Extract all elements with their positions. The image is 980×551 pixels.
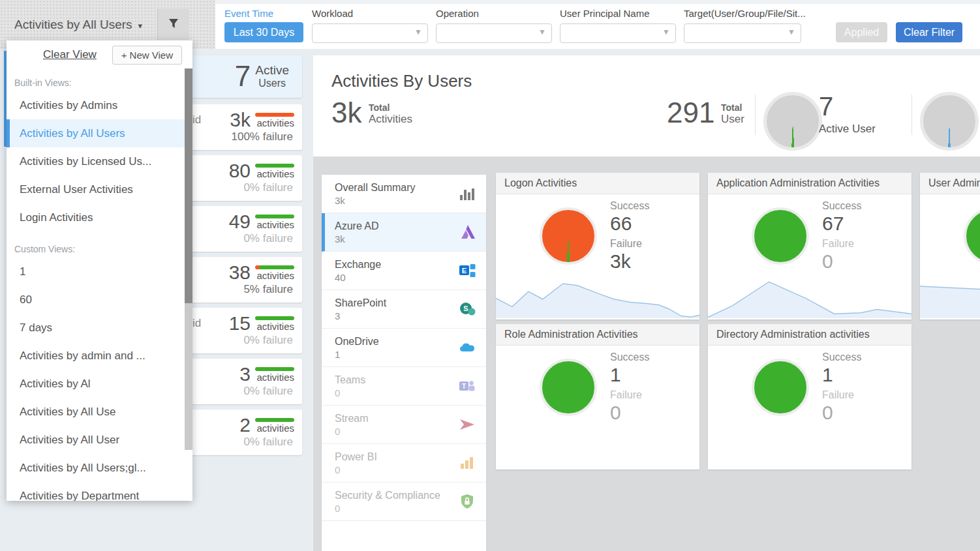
panel-body: Success1Failure0 <box>496 346 699 469</box>
directory-administration-panel[interactable]: Directory Administration activitiesSucce… <box>708 324 911 469</box>
view-item[interactable]: Activities by Licensed Us... <box>7 147 192 175</box>
application-administration-panel[interactable]: Application Administration ActivitiesSuc… <box>708 173 911 320</box>
upn-filter-select[interactable]: ▼ <box>560 23 676 43</box>
user-name-fragment: id <box>192 317 201 330</box>
panel-body: Success67Failure0 <box>708 194 911 320</box>
workload-row-teams[interactable]: Teams0T <box>322 367 486 406</box>
new-view-button[interactable]: + New View <box>112 46 182 65</box>
svg-text:E: E <box>462 267 467 275</box>
clear-view-link[interactable]: Clear View <box>43 48 97 61</box>
activities-unit-label: activities <box>255 321 294 333</box>
failure-ratio-bar <box>255 418 294 422</box>
failure-percent-label: 5% failure <box>243 283 293 296</box>
divider <box>755 95 756 135</box>
chevron-down-icon: ▼ <box>414 27 422 37</box>
success-label: Success <box>610 200 649 213</box>
activities-unit-label: activities <box>255 219 294 231</box>
activities-unit-label: activities <box>255 168 294 180</box>
workload-row-power-bi[interactable]: Power BI0 <box>322 444 486 483</box>
active-user-value: 7 <box>819 91 833 121</box>
user-name-fragment: id <box>192 113 201 127</box>
view-item[interactable]: 1 <box>7 258 192 286</box>
workload-row-azure-ad[interactable]: Azure AD3k <box>322 213 486 252</box>
teams-icon: T <box>459 378 477 395</box>
azure-ad-icon <box>459 224 477 241</box>
total-activities-value: 3k <box>331 96 361 130</box>
view-item[interactable]: Activities by Department <box>7 482 192 501</box>
view-item[interactable]: 60 <box>7 286 192 314</box>
workload-row-security-compliance[interactable]: Security & Compliance0 <box>322 483 486 521</box>
chevron-down-icon: ▼ <box>788 27 795 37</box>
event-time-button[interactable]: Last 30 Days <box>224 22 303 42</box>
panel-body: Success66Failure3k <box>496 194 699 320</box>
panel-stats: Success1Failure0 <box>610 351 649 426</box>
success-value: 66 <box>610 213 649 235</box>
success-pie-chart <box>752 207 809 265</box>
upn-filter-label: User Principal Name <box>560 8 650 19</box>
logon-activities-panel[interactable]: Logon ActivitiesSuccess66Failure3k <box>496 173 699 320</box>
activity-trend-sparkline <box>496 274 699 318</box>
view-item[interactable]: Activities by All Use <box>7 398 192 426</box>
filter-bar: Event Time Last 30 Days Workload ▼ Opera… <box>215 0 980 49</box>
secondary-gauge <box>920 92 979 151</box>
failure-percent-label: 0% failure <box>243 334 293 347</box>
success-pie-chart <box>752 359 809 416</box>
view-item[interactable]: Activities by All Users <box>7 119 192 147</box>
view-item[interactable]: External User Activities <box>7 175 192 203</box>
workload-row-sharepoint[interactable]: SharePoint3S <box>322 290 486 329</box>
workload-row-exchange[interactable]: Exchange40E <box>322 252 486 290</box>
user-administration-panel[interactable]: User Admin <box>920 173 980 320</box>
filter-funnel-button[interactable] <box>157 9 189 40</box>
total-users-label: Total User <box>721 102 744 126</box>
overview-header: Activities By Users 3k Total Activities … <box>313 55 980 156</box>
activities-unit-label: activities <box>255 270 294 282</box>
page-title: Activities By Users <box>331 71 472 91</box>
chevron-down-icon: ▾ <box>138 21 143 31</box>
view-item[interactable]: 7 days <box>7 314 192 342</box>
activity-count: 3k <box>230 109 251 131</box>
view-item[interactable]: Activities by admin and ... <box>7 342 192 370</box>
failure-percent-label: 100% failure <box>231 130 293 143</box>
activity-count: 38 <box>229 261 251 284</box>
workload-filter-select[interactable]: ▼ <box>312 23 428 43</box>
success-label: Success <box>822 351 861 364</box>
view-item[interactable]: Activities by All Users;gl... <box>7 454 192 482</box>
activity-count: 2 <box>239 414 251 436</box>
event-time-label: Event Time <box>224 8 273 19</box>
bar-chart-icon <box>459 185 477 202</box>
target-filter-select[interactable]: ▼ <box>684 23 801 43</box>
role-administration-panel[interactable]: Role Administration ActivitiesSuccess1Fa… <box>496 324 699 469</box>
view-item[interactable]: Activities by All User <box>7 426 192 454</box>
activities-unit-label: activities <box>255 117 294 129</box>
failure-label: Failure <box>610 389 649 402</box>
builtin-views-list: Activities by AdminsActivities by All Us… <box>7 91 192 231</box>
activities-unit-label: activities <box>255 372 294 383</box>
failure-ratio-bar <box>255 265 294 269</box>
workload-row-overall-summary[interactable]: Overall Summary3k <box>322 175 486 213</box>
chevron-down-icon: ▼ <box>662 27 670 37</box>
view-item[interactable]: Activities by Al <box>7 370 192 398</box>
dropdown-scrollbar[interactable] <box>185 68 192 450</box>
success-value: 1 <box>822 364 861 386</box>
chevron-down-icon: ▼ <box>538 27 546 37</box>
panel-title: Role Administration Activities <box>496 324 699 346</box>
active-user-label: Active User <box>819 123 876 136</box>
operation-filter-select[interactable]: ▼ <box>436 23 552 43</box>
failure-ratio-bar <box>255 164 294 168</box>
success-value: 67 <box>822 213 861 235</box>
workload-row-onedrive[interactable]: OneDrive1 <box>322 329 486 367</box>
sharepoint-icon: S <box>459 301 477 318</box>
activity-trend-sparkline <box>708 274 911 318</box>
success-label: Success <box>610 351 649 364</box>
panel-stats: Success66Failure3k <box>610 200 649 275</box>
view-item[interactable]: Activities by Admins <box>7 91 192 119</box>
panel-stats: Success67Failure0 <box>822 200 861 275</box>
activity-trend-sparkline <box>920 274 980 318</box>
workload-panel: Overall Summary3kAzure AD3kExchange40ESh… <box>322 175 486 551</box>
failure-value: 0 <box>822 250 861 273</box>
dropdown-scrollbar-thumb[interactable] <box>185 68 192 303</box>
view-item[interactable]: Login Activities <box>7 203 192 231</box>
dashboard: Activities by All Users▾ Event Time Last… <box>0 0 980 551</box>
workload-row-stream[interactable]: Stream0 <box>322 406 486 444</box>
clear-filter-button[interactable]: Clear Filter <box>896 22 962 42</box>
